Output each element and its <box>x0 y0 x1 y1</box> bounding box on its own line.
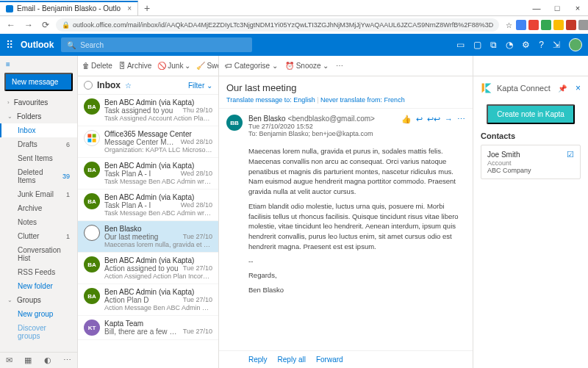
mail-icon[interactable]: ✉ <box>6 356 12 365</box>
forward-button[interactable]: → <box>22 20 35 30</box>
window-maximize-button[interactable]: □ <box>547 4 567 12</box>
filter-button[interactable]: Filter ⌄ <box>188 82 212 90</box>
calendar-icon[interactable]: ⧉ <box>490 40 497 50</box>
delete-button[interactable]: 🗑 Delete <box>82 62 112 70</box>
account-avatar[interactable] <box>569 38 582 51</box>
message-item[interactable]: Ben BlaskoOur last meetingTue 27/10Maece… <box>78 221 218 253</box>
message-date: Wed 28/10 <box>181 138 212 146</box>
more-actions-icon[interactable]: ⋯ <box>336 62 343 70</box>
new-tab-button[interactable]: + <box>138 2 156 14</box>
nav-clutter[interactable]: Clutter1 <box>0 229 77 243</box>
email-subject: Our last meeting <box>219 76 473 96</box>
message-sender: Office365 Message Center <box>104 130 192 138</box>
extension-icons: ☆ ⋮ <box>503 20 588 30</box>
ext-icon-2[interactable] <box>528 20 539 30</box>
pin-icon[interactable]: 📌 <box>558 84 567 93</box>
categorise-button[interactable]: 🏷 Categorise ⌄ <box>225 62 278 70</box>
snooze-button[interactable]: ⏰ Snooze ⌄ <box>285 62 329 70</box>
sender-avatar: BA <box>84 193 100 209</box>
calendar-nav-icon[interactable]: ▦ <box>24 356 32 365</box>
reload-button[interactable]: ⟳ <box>40 20 51 30</box>
window-close-button[interactable]: × <box>567 4 588 12</box>
app-launcher-icon[interactable]: ⠿ <box>6 39 13 51</box>
ext-icon-6[interactable] <box>578 20 588 30</box>
create-note-button[interactable]: Create note in Kapta <box>487 104 575 124</box>
svg-rect-3 <box>93 139 96 142</box>
suite-header: ⠿ Outlook 🔍 Search ▭ ▢ ⧉ ◔ ⚙ ? ⇲ <box>0 34 588 56</box>
nav-sent[interactable]: Sent Items <box>0 151 77 165</box>
new-message-button[interactable]: New message <box>4 73 73 91</box>
ext-icon-1[interactable] <box>516 20 526 30</box>
checkbox-checked-icon[interactable]: ☑ <box>567 150 574 159</box>
reply-icon[interactable]: ↩ <box>416 115 423 137</box>
search-box[interactable]: 🔍 Search <box>61 37 252 52</box>
settings-icon[interactable]: ⚙ <box>522 40 530 50</box>
nav-inbox[interactable]: Inbox <box>0 123 77 137</box>
message-preview: Maecenas lorem nulla, gravida et purus i… <box>104 241 212 248</box>
url-field[interactable]: 🔒 outlook.office.com/mail/inbox/id/AAQkA… <box>56 18 499 32</box>
people-icon[interactable]: ◐ <box>44 356 51 365</box>
ext-icon-4[interactable] <box>553 20 564 30</box>
message-item[interactable]: KTKapta TeamBill, there are a few upcomi… <box>78 316 218 340</box>
browser-tab[interactable]: Email - Benjamin Blasko - Outlo × <box>0 1 138 15</box>
forward-icon[interactable]: → <box>445 115 453 137</box>
discover-groups-link[interactable]: Discover groups <box>0 321 77 343</box>
folder-nav: ≡ New message ›Favourites ⌄Folders Inbox… <box>0 56 78 368</box>
new-group-link[interactable]: New group <box>0 307 77 321</box>
message-item[interactable]: BABen ABC Admin (via Kapta)Task assigned… <box>78 95 218 126</box>
more-icon[interactable]: ⋯ <box>63 356 71 365</box>
nav-notes[interactable]: Notes <box>0 215 77 229</box>
more-icon[interactable]: ⋯ <box>457 115 465 137</box>
contact-card[interactable]: Joe Smith ☑ Account ABC Company <box>481 145 581 179</box>
nav-junk[interactable]: Junk Email1 <box>0 187 77 201</box>
archive-button[interactable]: 🗄 Archive <box>118 62 151 70</box>
message-item[interactable]: BABen ABC Admin (via Kapta)Task Plan A -… <box>78 190 218 221</box>
star-icon[interactable]: ☆ <box>125 82 132 90</box>
list-toolbar: 🗑 Delete 🗄 Archive 🚫 Junk ⌄ 🧹 Sweep 📁 Mo… <box>78 56 218 76</box>
meet-icon[interactable]: ▢ <box>473 40 481 50</box>
favourites-header[interactable]: ›Favourites <box>0 95 77 109</box>
sweep-button[interactable]: 🧹 Sweep <box>196 62 218 70</box>
nav-menu-icon[interactable]: ≡ <box>6 60 10 68</box>
message-item[interactable]: BABen ABC Admin (via Kapta)Task Plan A -… <box>78 158 218 190</box>
message-item[interactable]: Office365 Message CenterMessage Center M… <box>78 126 218 158</box>
nav-archive[interactable]: Archive <box>0 201 77 215</box>
back-button[interactable]: ← <box>4 20 18 30</box>
junk-button[interactable]: 🚫 Junk ⌄ <box>157 62 190 70</box>
message-item[interactable]: BABen ABC Admin (via Kapta)Action Plan D… <box>78 284 218 316</box>
teams-icon[interactable]: ▭ <box>456 40 465 50</box>
tab-close-icon[interactable]: × <box>127 4 132 12</box>
reply-all-link[interactable]: Reply all <box>278 356 306 364</box>
message-subject: Task Plan A - I <box>104 201 178 209</box>
reply-all-icon[interactable]: ↩↩ <box>427 115 440 137</box>
nav-deleted[interactable]: Deleted Items39 <box>0 165 77 187</box>
reply-link[interactable]: Reply <box>248 356 268 364</box>
search-icon: 🔍 <box>67 41 76 49</box>
nav-drafts[interactable]: Drafts6 <box>0 137 77 151</box>
translate-link[interactable]: Translate message to: English <box>226 96 315 104</box>
nav-rss[interactable]: RSS Feeds <box>0 265 77 279</box>
new-folder-link[interactable]: New folder <box>0 279 77 293</box>
kapta-logo-icon <box>481 82 492 94</box>
ext-icon-3[interactable] <box>541 20 551 30</box>
message-date: Tue 27/10 <box>183 296 212 304</box>
never-translate-link[interactable]: Never translate from: French <box>320 96 405 104</box>
star-icon[interactable]: ☆ <box>503 20 514 30</box>
like-icon[interactable]: 👍 <box>401 115 412 137</box>
notifications-icon[interactable]: ◔ <box>506 40 513 50</box>
message-sender: Ben ABC Admin (via Kapta) <box>104 98 194 107</box>
folders-header[interactable]: ⌄Folders <box>0 109 77 123</box>
groups-header[interactable]: ⌄Groups <box>0 293 77 307</box>
nav-conversation-history[interactable]: Conversation Hist <box>0 243 77 265</box>
sender-avatar: BA <box>84 288 100 304</box>
message-item[interactable]: BABen ABC Admin (via Kapta)Action assign… <box>78 253 218 284</box>
ext-icon-5[interactable] <box>566 20 576 30</box>
feedback-icon[interactable]: ⇲ <box>553 40 560 50</box>
reader-toolbar: 🏷 Categorise ⌄ ⏰ Snooze ⌄ ⋯ <box>219 56 473 76</box>
help-icon[interactable]: ? <box>539 40 544 50</box>
panel-close-icon[interactable]: × <box>576 83 581 93</box>
select-all-checkbox[interactable] <box>84 81 93 90</box>
forward-link[interactable]: Forward <box>316 356 343 364</box>
window-minimize-button[interactable]: — <box>526 4 547 12</box>
sender-email: <bendblasko@gmail.com> <box>287 115 375 123</box>
